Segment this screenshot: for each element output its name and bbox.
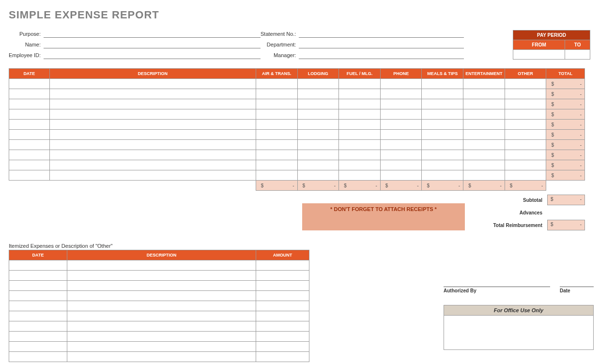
expense-cell[interactable]: [422, 109, 463, 120]
itemized-cell[interactable]: [9, 291, 67, 301]
expense-cell[interactable]: [422, 120, 463, 130]
itemized-cell[interactable]: [9, 332, 67, 342]
expense-cell[interactable]: [380, 150, 422, 160]
itemized-cell[interactable]: [67, 271, 256, 281]
expense-cell[interactable]: [339, 120, 381, 130]
expense-cell[interactable]: [297, 109, 339, 120]
expense-cell[interactable]: [380, 170, 422, 181]
input-manager[interactable]: [299, 51, 464, 59]
input-department[interactable]: [299, 41, 464, 48]
expense-cell[interactable]: [256, 130, 297, 140]
expense-cell[interactable]: [49, 140, 256, 150]
expense-cell[interactable]: [380, 140, 422, 150]
expense-cell[interactable]: [49, 89, 256, 99]
expense-cell[interactable]: [463, 79, 505, 89]
expense-cell[interactable]: [505, 109, 546, 120]
expense-cell[interactable]: [9, 140, 50, 150]
expense-cell[interactable]: [339, 140, 381, 150]
expense-cell[interactable]: [380, 120, 422, 130]
expense-cell[interactable]: [422, 140, 463, 150]
expense-cell[interactable]: [297, 150, 339, 160]
expense-cell[interactable]: [256, 150, 297, 160]
expense-cell[interactable]: [49, 150, 256, 160]
expense-cell[interactable]: [422, 130, 463, 140]
itemized-cell[interactable]: [256, 271, 309, 281]
expense-cell[interactable]: [49, 130, 256, 140]
itemized-cell[interactable]: [67, 332, 256, 342]
expense-cell[interactable]: [422, 89, 463, 99]
expense-cell[interactable]: [49, 109, 256, 120]
expense-cell[interactable]: [297, 130, 339, 140]
pay-period-from-value[interactable]: [513, 50, 565, 60]
itemized-cell[interactable]: [67, 291, 256, 301]
input-purpose[interactable]: [44, 30, 261, 38]
expense-cell[interactable]: [9, 89, 50, 99]
expense-cell[interactable]: [505, 120, 546, 130]
authorized-by-line[interactable]: [444, 287, 550, 287]
auth-date-line[interactable]: [560, 287, 594, 287]
itemized-cell[interactable]: [256, 281, 309, 291]
expense-cell[interactable]: [297, 160, 339, 170]
expense-cell[interactable]: [297, 79, 339, 89]
expense-cell[interactable]: [297, 99, 339, 109]
expense-cell[interactable]: [49, 99, 256, 109]
expense-cell[interactable]: [49, 120, 256, 130]
expense-cell[interactable]: [380, 89, 422, 99]
input-employee-id[interactable]: [44, 51, 261, 59]
itemized-cell[interactable]: [9, 311, 67, 321]
itemized-cell[interactable]: [256, 301, 309, 311]
itemized-cell[interactable]: [67, 321, 256, 332]
expense-cell[interactable]: [339, 109, 381, 120]
itemized-cell[interactable]: [256, 321, 309, 332]
pay-period-to-value[interactable]: [565, 50, 590, 60]
expense-cell[interactable]: [380, 99, 422, 109]
expense-cell[interactable]: [256, 140, 297, 150]
expense-cell[interactable]: [256, 109, 297, 120]
expense-cell[interactable]: [380, 130, 422, 140]
itemized-cell[interactable]: [9, 352, 67, 362]
expense-cell[interactable]: [9, 150, 50, 160]
expense-cell[interactable]: [422, 99, 463, 109]
expense-cell[interactable]: [49, 160, 256, 170]
expense-cell[interactable]: [339, 130, 381, 140]
expense-cell[interactable]: [339, 89, 381, 99]
advances-value[interactable]: [547, 207, 585, 218]
expense-cell[interactable]: [422, 79, 463, 89]
itemized-cell[interactable]: [256, 352, 309, 362]
expense-cell[interactable]: [339, 79, 381, 89]
itemized-cell[interactable]: [9, 321, 67, 332]
expense-cell[interactable]: [505, 170, 546, 181]
itemized-cell[interactable]: [256, 332, 309, 342]
itemized-cell[interactable]: [9, 260, 67, 271]
expense-cell[interactable]: [463, 150, 505, 160]
expense-cell[interactable]: [9, 79, 50, 89]
expense-cell[interactable]: [9, 109, 50, 120]
itemized-cell[interactable]: [67, 352, 256, 362]
expense-cell[interactable]: [339, 160, 381, 170]
office-use-body[interactable]: [444, 316, 593, 349]
expense-cell[interactable]: [297, 170, 339, 181]
expense-cell[interactable]: [463, 130, 505, 140]
expense-cell[interactable]: [380, 160, 422, 170]
expense-cell[interactable]: [505, 79, 546, 89]
expense-cell[interactable]: [9, 130, 50, 140]
expense-cell[interactable]: [256, 170, 297, 181]
expense-cell[interactable]: [339, 99, 381, 109]
expense-cell[interactable]: [505, 130, 546, 140]
expense-cell[interactable]: [505, 99, 546, 109]
expense-cell[interactable]: [9, 120, 50, 130]
itemized-cell[interactable]: [67, 281, 256, 291]
expense-cell[interactable]: [256, 89, 297, 99]
expense-cell[interactable]: [463, 170, 505, 181]
input-name[interactable]: [44, 41, 261, 48]
expense-cell[interactable]: [505, 89, 546, 99]
itemized-cell[interactable]: [256, 311, 309, 321]
input-statement-no[interactable]: [299, 30, 464, 38]
expense-cell[interactable]: [463, 109, 505, 120]
itemized-cell[interactable]: [67, 260, 256, 271]
expense-cell[interactable]: [422, 150, 463, 160]
expense-cell[interactable]: [256, 120, 297, 130]
expense-cell[interactable]: [505, 160, 546, 170]
expense-cell[interactable]: [256, 79, 297, 89]
expense-cell[interactable]: [256, 160, 297, 170]
